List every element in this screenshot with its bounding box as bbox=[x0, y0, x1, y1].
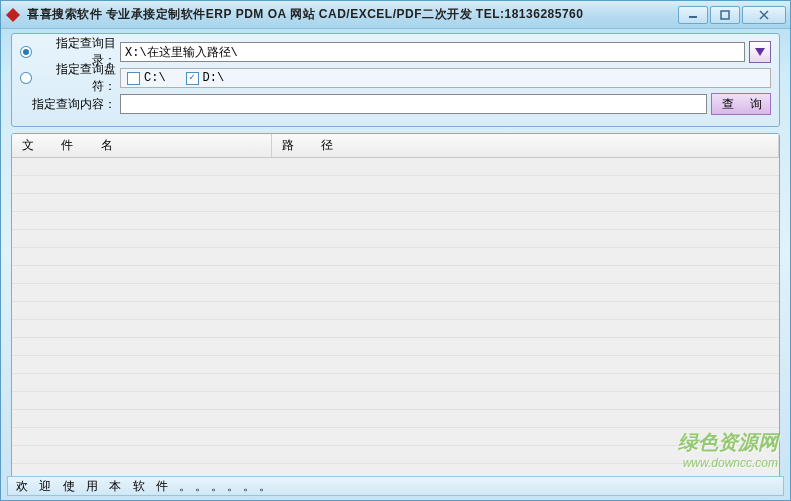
close-icon bbox=[759, 10, 769, 20]
table-row bbox=[12, 194, 779, 212]
drive-c-option[interactable]: C:\ bbox=[127, 71, 166, 85]
title-bar[interactable]: 喜喜搜索软件 专业承接定制软件ERP PDM OA 网站 CAD/EXCEL/P… bbox=[1, 1, 790, 29]
body-area: 指定查询目录： 指定查询盘符： C:\ bbox=[1, 29, 790, 489]
search-panel: 指定查询目录： 指定查询盘符： C:\ bbox=[11, 33, 780, 127]
window-title: 喜喜搜索软件 专业承接定制软件ERP PDM OA 网站 CAD/EXCEL/P… bbox=[27, 6, 678, 23]
table-header: 文 件 名 路 径 bbox=[12, 134, 779, 158]
app-icon bbox=[5, 7, 21, 23]
triangle-down-icon bbox=[754, 47, 766, 57]
table-row bbox=[12, 374, 779, 392]
row-directory: 指定查询目录： bbox=[20, 40, 771, 64]
results-panel: 文 件 名 路 径 bbox=[11, 133, 780, 489]
checkbox-d[interactable]: ✓ bbox=[186, 72, 199, 85]
content-label: 指定查询内容： bbox=[32, 96, 116, 113]
drive-d-option[interactable]: ✓ D:\ bbox=[186, 71, 225, 85]
svg-marker-5 bbox=[755, 48, 765, 56]
table-row bbox=[12, 284, 779, 302]
table-body[interactable] bbox=[12, 158, 779, 489]
table-row bbox=[12, 320, 779, 338]
search-button[interactable]: 查 询 bbox=[711, 93, 771, 115]
maximize-icon bbox=[720, 10, 730, 20]
maximize-button[interactable] bbox=[710, 6, 740, 24]
col-header-filename[interactable]: 文 件 名 bbox=[12, 134, 272, 157]
col-header-path[interactable]: 路 径 bbox=[272, 134, 779, 157]
drive-label-wrap[interactable]: 指定查询盘符： bbox=[20, 61, 120, 95]
minimize-button[interactable] bbox=[678, 6, 708, 24]
close-button[interactable] bbox=[742, 6, 786, 24]
drive-list: C:\ ✓ D:\ bbox=[120, 68, 771, 88]
row-drives: 指定查询盘符： C:\ ✓ D:\ bbox=[20, 66, 771, 90]
checkbox-c[interactable] bbox=[127, 72, 140, 85]
radio-drives[interactable] bbox=[20, 72, 32, 84]
row-content: 指定查询内容： 查 询 bbox=[20, 92, 771, 116]
window-controls bbox=[678, 6, 786, 24]
table-row bbox=[12, 212, 779, 230]
directory-input[interactable] bbox=[120, 42, 745, 62]
table-row bbox=[12, 266, 779, 284]
svg-marker-0 bbox=[6, 8, 20, 22]
drive-label: 指定查询盘符： bbox=[36, 61, 116, 95]
table-row bbox=[12, 356, 779, 374]
svg-rect-2 bbox=[721, 11, 729, 19]
drive-d-label: D:\ bbox=[203, 71, 225, 85]
directory-dropdown-button[interactable] bbox=[749, 41, 771, 63]
table-row bbox=[12, 176, 779, 194]
content-input[interactable] bbox=[120, 94, 707, 114]
table-row bbox=[12, 338, 779, 356]
table-row bbox=[12, 410, 779, 428]
app-window: 喜喜搜索软件 专业承接定制软件ERP PDM OA 网站 CAD/EXCEL/P… bbox=[0, 0, 791, 501]
table-row bbox=[12, 392, 779, 410]
table-row bbox=[12, 158, 779, 176]
status-bar: 欢 迎 使 用 本 软 件 。。。。。。 bbox=[7, 476, 784, 496]
drive-c-label: C:\ bbox=[144, 71, 166, 85]
status-text: 欢 迎 使 用 本 软 件 。。。。。。 bbox=[16, 478, 275, 495]
table-row bbox=[12, 428, 779, 446]
table-row bbox=[12, 230, 779, 248]
content-label-wrap: 指定查询内容： bbox=[20, 96, 120, 113]
radio-directory[interactable] bbox=[20, 46, 32, 58]
minimize-icon bbox=[688, 10, 698, 20]
table-row bbox=[12, 302, 779, 320]
table-row bbox=[12, 446, 779, 464]
table-row bbox=[12, 248, 779, 266]
